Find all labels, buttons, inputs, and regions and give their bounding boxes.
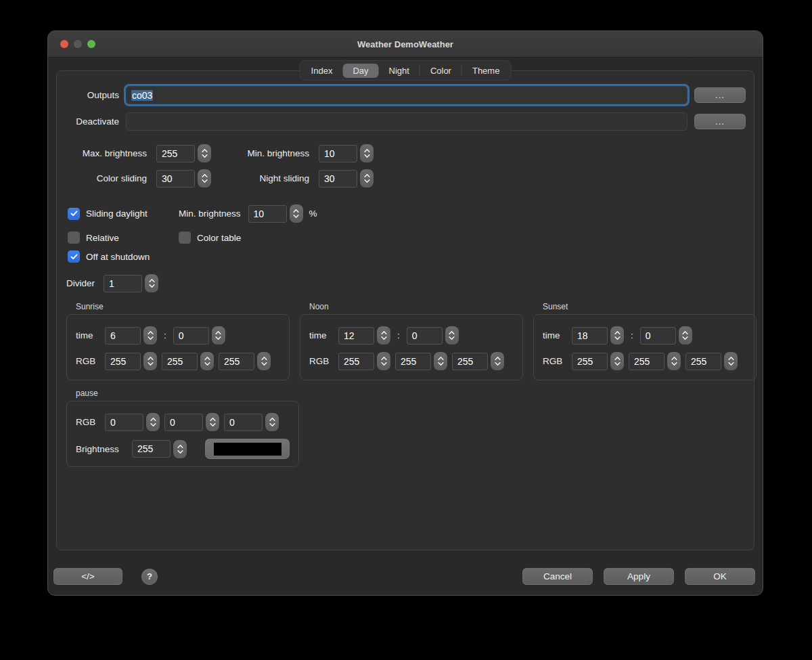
sunrise-minute-stepper[interactable] <box>212 326 225 345</box>
code-button[interactable]: </> <box>53 568 122 585</box>
max-brightness-value[interactable]: 255 <box>156 145 195 162</box>
divider-value[interactable]: 1 <box>104 275 142 292</box>
sunrise-hour-value[interactable]: 6 <box>105 327 141 345</box>
chevron-up-icon <box>210 418 216 421</box>
min-brightness-stepper[interactable] <box>360 144 374 162</box>
color-table-label: Color table <box>197 233 241 243</box>
color-sliding-stepper[interactable] <box>198 169 211 188</box>
min-brightness-spinbox: 10 <box>319 144 374 162</box>
chevron-down-icon <box>150 423 156 426</box>
sunset-hour-stepper[interactable] <box>610 326 624 345</box>
chevron-up-icon <box>495 357 501 360</box>
deactivate-input[interactable] <box>126 112 687 131</box>
color-table-checkbox[interactable]: Color table <box>179 232 241 244</box>
chevron-up-icon <box>293 209 299 213</box>
pause-blue-value[interactable]: 0 <box>224 414 263 431</box>
deactivate-browse-button[interactable]: ... <box>694 114 746 129</box>
tab-color[interactable]: Color <box>420 64 461 78</box>
pause-blue-stepper[interactable] <box>265 413 279 431</box>
sunset-blue-value[interactable]: 255 <box>685 353 721 370</box>
chevron-down-icon <box>293 215 299 218</box>
pause-color-picker-button[interactable] <box>205 439 290 459</box>
rgb-label: RGB <box>76 356 100 366</box>
sunrise-blue-stepper[interactable] <box>257 352 271 370</box>
sunrise-blue-value[interactable]: 255 <box>219 353 254 370</box>
divider-stepper[interactable] <box>145 274 158 292</box>
zoom-window-button[interactable] <box>87 40 95 48</box>
noon-red-value[interactable]: 255 <box>338 353 374 370</box>
max-brightness-stepper[interactable] <box>198 144 211 162</box>
sunrise-blue-spinbox: 255 <box>219 352 271 370</box>
relative-row: Relative Color table <box>68 232 748 244</box>
options-section: Sliding daylight Min. brightness 10 % Re… <box>68 204 748 263</box>
noon-hour-value[interactable]: 12 <box>338 327 374 345</box>
sunrise-red-value[interactable]: 255 <box>105 353 141 370</box>
time-label: time <box>309 330 334 340</box>
chevron-up-icon <box>438 357 444 360</box>
noon-blue-value[interactable]: 255 <box>452 353 488 370</box>
sunset-minute-value[interactable]: 0 <box>640 327 676 345</box>
tab-theme[interactable]: Theme <box>462 64 510 78</box>
pause-red-value[interactable]: 0 <box>105 414 143 431</box>
pause-brightness-value[interactable]: 255 <box>132 440 171 458</box>
min-brightness-pct-value[interactable]: 10 <box>248 205 287 223</box>
sunrise-hour-stepper[interactable] <box>143 326 157 345</box>
chevron-up-icon <box>150 418 156 421</box>
sunrise-green-value[interactable]: 255 <box>162 353 198 370</box>
pause-green-spinbox: 0 <box>164 413 219 431</box>
noon-hour-stepper[interactable] <box>377 326 390 345</box>
apply-button[interactable]: Apply <box>604 568 674 585</box>
sunset-green-value[interactable]: 255 <box>629 353 664 370</box>
chevron-up-icon <box>261 357 267 360</box>
outputs-browse-button[interactable]: ... <box>694 87 746 103</box>
sunrise-minute-value[interactable]: 0 <box>173 327 209 345</box>
noon-green-stepper[interactable] <box>434 352 447 370</box>
noon-minute-stepper[interactable] <box>445 326 459 345</box>
pause-red-stepper[interactable] <box>146 413 160 431</box>
noon-blue-stepper[interactable] <box>491 352 504 370</box>
pause-green-stepper[interactable] <box>206 413 219 431</box>
noon-blue-spinbox: 255 <box>452 352 504 370</box>
pause-brightness-stepper[interactable] <box>173 440 187 458</box>
tab-day[interactable]: Day <box>342 64 378 78</box>
pause-green-value[interactable]: 0 <box>164 414 203 431</box>
night-sliding-spinbox: 30 <box>319 169 374 188</box>
pause-red-spinbox: 0 <box>105 413 160 431</box>
noon-green-value[interactable]: 255 <box>395 353 431 370</box>
day-tab-pane: Outputs co03 ... Deactivate ... Max. bri… <box>56 70 754 550</box>
ok-button[interactable]: OK <box>685 568 755 585</box>
checkbox-checked-icon <box>68 208 80 220</box>
sunset-red-stepper[interactable] <box>610 352 624 370</box>
sunset-green-stepper[interactable] <box>667 352 681 370</box>
sliding-daylight-checkbox[interactable]: Sliding daylight <box>68 208 179 220</box>
min-brightness-pct-label: Min. brightness <box>179 208 241 219</box>
pause-group-box: RGB 0 0 0 <box>66 401 299 467</box>
sunrise-red-stepper[interactable] <box>143 352 157 370</box>
tab-night[interactable]: Night <box>379 64 420 78</box>
minimize-window-button[interactable] <box>74 40 82 48</box>
help-button[interactable]: ? <box>141 569 158 585</box>
cancel-button[interactable]: Cancel <box>522 568 593 585</box>
noon-minute-value[interactable]: 0 <box>407 327 443 345</box>
sunset-blue-stepper[interactable] <box>724 352 738 370</box>
close-window-button[interactable] <box>60 40 68 48</box>
titlebar[interactable]: Weather DemoWeather <box>48 31 763 58</box>
rgb-label: RGB <box>309 356 334 366</box>
sunset-minute-stepper[interactable] <box>679 326 692 345</box>
outputs-input[interactable]: co03 <box>126 86 687 104</box>
sunrise-green-stepper[interactable] <box>200 352 214 370</box>
min-brightness-value[interactable]: 10 <box>319 145 357 162</box>
chevron-up-icon <box>215 331 221 334</box>
relative-checkbox[interactable]: Relative <box>68 232 179 244</box>
tab-index[interactable]: Index <box>301 64 343 78</box>
chevron-down-icon <box>210 423 216 426</box>
color-sliding-value[interactable]: 30 <box>156 170 195 188</box>
sunset-red-value[interactable]: 255 <box>572 353 608 370</box>
sunset-red-spinbox: 255 <box>572 352 624 370</box>
night-sliding-value[interactable]: 30 <box>319 170 357 188</box>
min-brightness-pct-stepper[interactable] <box>290 204 303 223</box>
off-at-shutdown-checkbox[interactable]: Off at shutdown <box>68 250 150 263</box>
noon-red-stepper[interactable] <box>377 352 390 370</box>
night-sliding-stepper[interactable] <box>360 169 374 188</box>
sunset-hour-value[interactable]: 18 <box>572 327 608 345</box>
